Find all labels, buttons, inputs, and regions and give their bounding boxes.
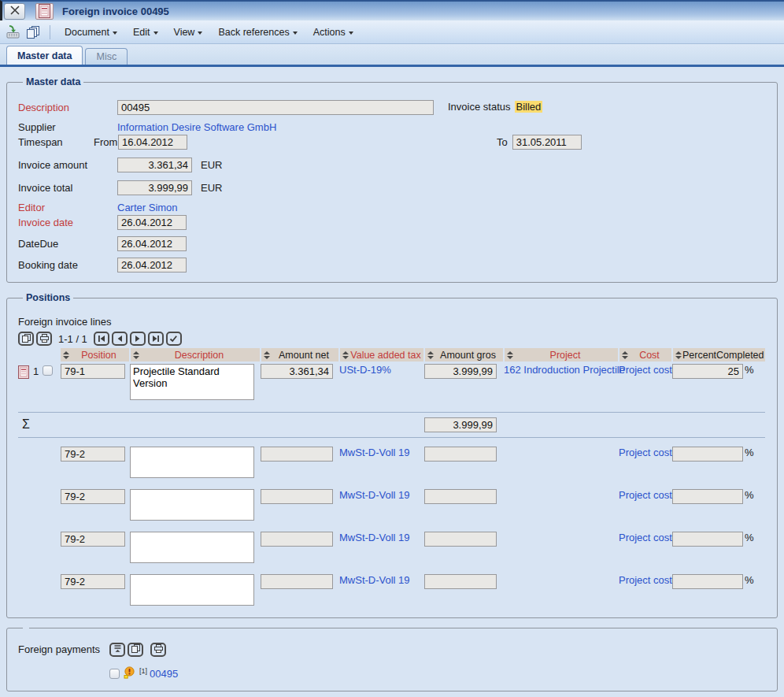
last-page-icon xyxy=(152,333,160,345)
percent-sign: % xyxy=(745,489,754,501)
position-input[interactable] xyxy=(61,532,125,547)
invoice-date-input[interactable] xyxy=(117,215,187,230)
column-label: Cost xyxy=(629,350,670,361)
sort-icon[interactable] xyxy=(132,350,140,360)
date-due-input[interactable] xyxy=(117,236,187,251)
cost-link[interactable]: Project costs xyxy=(619,574,677,586)
copy-pages-icon[interactable] xyxy=(26,25,41,39)
cost-link[interactable]: Project costs xyxy=(619,364,677,376)
sort-icon[interactable] xyxy=(675,350,682,360)
column-header-percent-completed: PercentCompleted xyxy=(672,348,765,361)
description-textarea[interactable]: Projectile Standard Version xyxy=(130,364,254,400)
import-keyboard-icon[interactable] xyxy=(6,25,21,39)
invoice-total-input[interactable] xyxy=(117,180,192,195)
position-input[interactable] xyxy=(61,489,125,504)
list-export-button[interactable] xyxy=(109,643,125,657)
supplier-link[interactable]: Information Desire Software GmbH xyxy=(117,121,276,133)
menu-view[interactable]: View xyxy=(168,25,209,39)
description-textarea[interactable] xyxy=(130,574,254,606)
chevron-down-icon xyxy=(113,32,117,35)
copy-payments-button[interactable] xyxy=(128,643,143,657)
editor-link[interactable]: Carter Simon xyxy=(117,202,178,213)
percent-completed-input[interactable] xyxy=(672,574,743,589)
description-textarea[interactable] xyxy=(130,447,254,478)
sort-icon[interactable] xyxy=(427,350,435,360)
percent-completed-input[interactable] xyxy=(672,489,743,504)
last-page-button[interactable] xyxy=(148,332,164,346)
invoice-amount-input[interactable] xyxy=(117,158,192,172)
amount-net-input[interactable] xyxy=(261,532,333,547)
table-row: 1 Projectile Standard Version USt-D-19% … xyxy=(18,361,765,412)
menu-back-references[interactable]: Back references xyxy=(213,25,302,39)
first-page-icon xyxy=(98,333,105,345)
menu-view-label: View xyxy=(174,27,195,38)
cost-link[interactable]: Project costs xyxy=(619,447,677,458)
chevron-down-icon xyxy=(349,32,353,35)
row-index: 1 xyxy=(33,365,39,377)
previous-page-button[interactable] xyxy=(112,332,128,346)
first-page-button[interactable] xyxy=(94,332,109,346)
next-page-button[interactable] xyxy=(130,332,146,346)
position-input[interactable] xyxy=(61,447,125,462)
date-due-label: DateDue xyxy=(18,238,117,250)
percent-completed-input[interactable] xyxy=(672,447,743,462)
foreign-payments-section: Foreign payments [1] 0 xyxy=(6,628,778,691)
column-header-amount-gros: Amount gros xyxy=(424,348,504,361)
vat-link[interactable]: MwSt-D-Voll 19 xyxy=(339,532,410,543)
amount-gros-input[interactable] xyxy=(424,447,497,462)
cost-link[interactable]: Project costs xyxy=(619,532,677,543)
print-payments-button[interactable] xyxy=(150,643,166,657)
sort-icon[interactable] xyxy=(263,350,271,360)
tab-master-data[interactable]: Master data xyxy=(6,46,83,65)
menu-actions[interactable]: Actions xyxy=(308,25,359,39)
amount-net-input[interactable] xyxy=(261,489,333,504)
cost-link[interactable]: Project costs xyxy=(619,489,677,501)
tab-misc[interactable]: Misc xyxy=(85,48,128,65)
vat-link[interactable]: USt-D-19% xyxy=(339,364,391,376)
timespan-from-input[interactable] xyxy=(118,135,187,150)
percent-completed-input[interactable] xyxy=(672,532,743,547)
description-input[interactable] xyxy=(117,100,434,115)
menu-edit[interactable]: Edit xyxy=(128,25,164,39)
close-button[interactable] xyxy=(4,3,25,20)
payment-row: [1] 00495 xyxy=(109,666,772,681)
amount-gros-input[interactable] xyxy=(424,574,497,589)
amount-gros-input[interactable] xyxy=(424,364,497,379)
amount-net-input[interactable] xyxy=(261,364,333,379)
copy-lines-button[interactable] xyxy=(18,332,34,346)
column-header-cost: Cost xyxy=(619,348,672,361)
amount-net-input[interactable] xyxy=(261,447,333,462)
line-document-icon[interactable] xyxy=(18,365,29,381)
percent-completed-input[interactable] xyxy=(672,364,743,379)
amount-gros-input[interactable] xyxy=(424,489,497,504)
sort-icon[interactable] xyxy=(506,350,514,360)
window-titlebar: Foreign invoice 00495 xyxy=(0,0,784,20)
project-link[interactable]: 162 Indroduction Projectile xyxy=(504,364,625,376)
payment-checkbox[interactable] xyxy=(109,669,120,679)
row-checkbox[interactable] xyxy=(43,365,53,376)
positions-section: Positions Foreign invoice lines 1-1 / 1 xyxy=(6,292,778,618)
payment-link[interactable]: 00495 xyxy=(150,668,178,680)
description-textarea[interactable] xyxy=(130,532,254,563)
tab-master-data-label: Master data xyxy=(17,50,72,61)
position-input[interactable] xyxy=(61,574,125,589)
chevron-down-icon xyxy=(293,32,298,35)
amount-gros-input[interactable] xyxy=(424,532,497,547)
sort-icon[interactable] xyxy=(621,350,629,360)
apply-selection-button[interactable] xyxy=(166,332,182,346)
booking-date-input[interactable] xyxy=(117,258,187,272)
sort-icon[interactable] xyxy=(62,350,70,360)
position-input[interactable] xyxy=(61,364,125,379)
description-textarea[interactable] xyxy=(130,489,254,521)
sort-icon[interactable] xyxy=(342,350,349,360)
vat-link[interactable]: MwSt-D-Voll 19 xyxy=(339,574,410,586)
menu-document[interactable]: Document xyxy=(59,25,123,39)
amount-net-input[interactable] xyxy=(261,574,333,589)
invoice-amount-label: Invoice amount xyxy=(18,159,117,171)
timespan-to-input[interactable] xyxy=(512,135,582,150)
percent-sign: % xyxy=(745,364,754,376)
sum-amount-gros-input[interactable] xyxy=(424,417,497,432)
vat-link[interactable]: MwSt-D-Voll 19 xyxy=(339,447,410,458)
vat-link[interactable]: MwSt-D-Voll 19 xyxy=(339,489,410,501)
print-lines-button[interactable] xyxy=(36,332,52,346)
